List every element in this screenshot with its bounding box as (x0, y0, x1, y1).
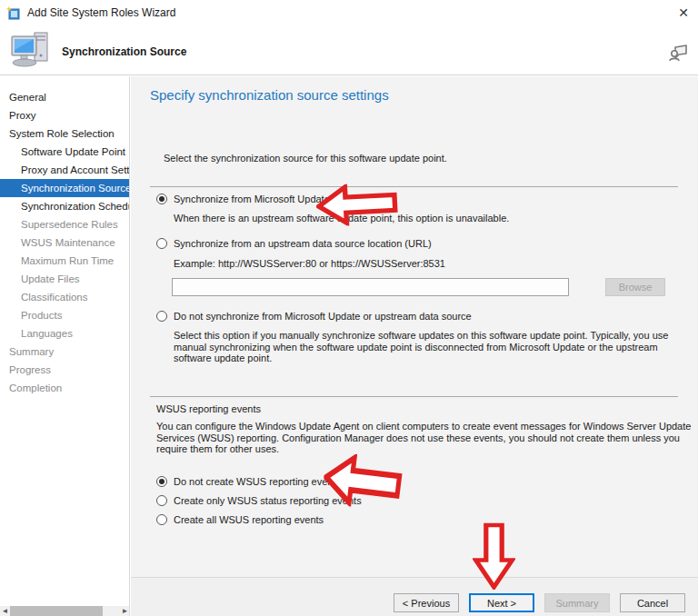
cancel-button[interactable]: Cancel (620, 593, 685, 612)
sidebar-item-wsus-maintenance: WSUS Maintenance (0, 233, 129, 252)
radio-button-icon[interactable] (156, 194, 167, 204)
sidebar-item-maximum-run-time: Maximum Run Time (0, 252, 129, 270)
radio-button-icon[interactable] (156, 514, 167, 525)
sidebar-item-classifications: Classifications (0, 288, 129, 306)
sidebar-item-products: Products (0, 306, 129, 324)
summary-button[interactable]: Summary (544, 593, 610, 612)
wizard-window: Add Site System Roles Wizard ✕ Synchroni… (0, 0, 698, 616)
radio-do-not-synchronize[interactable]: Do not synchronize from Microsoft Update… (156, 311, 472, 322)
page-title: Specify synchronization source settings (150, 87, 389, 103)
wizard-content-pane: Specify synchronization source settings … (131, 76, 698, 616)
feedback-person-icon[interactable] (667, 42, 689, 64)
page-header-title: Synchronization Source (62, 45, 186, 58)
wizard-app-icon (6, 5, 21, 20)
sidebar-list: General Proxy System Role Selection Soft… (0, 76, 129, 397)
previous-button[interactable]: < Previous (394, 593, 459, 612)
wizard-nav-sidebar: General Proxy System Role Selection Soft… (0, 76, 130, 616)
radio-create-all-wsus-events[interactable]: Create all WSUS reporting events (156, 514, 324, 525)
radio-sync-from-upstream-url[interactable]: Synchronize from an upstream data source… (156, 238, 432, 249)
sidebar-item-update-files: Update Files (0, 270, 129, 288)
sidebar-item-languages: Languages (0, 324, 129, 343)
radio-sync-from-microsoft-update[interactable]: Synchronize from Microsoft Update (156, 194, 330, 204)
sidebar-item-progress: Progress (0, 361, 129, 379)
radio-button-icon[interactable] (156, 238, 167, 249)
sidebar-item-proxy-and-account-settings[interactable]: Proxy and Account Settings (0, 161, 129, 179)
footer-button-row: < Previous Next > Summary Cancel (394, 593, 685, 612)
sidebar-item-software-update-point[interactable]: Software Update Point (0, 143, 129, 161)
sidebar-item-summary: Summary (0, 343, 129, 361)
note-url-example: Example: http://WSUSServer:80 or https:/… (174, 258, 445, 270)
sidebar-item-supersedence-rules: Supersedence Rules (0, 215, 129, 233)
wizard-header: Synchronization Source (0, 25, 698, 75)
titlebar: Add Site System Roles Wizard ✕ (0, 0, 698, 25)
wizard-footer: < Previous Next > Summary Cancel (131, 577, 698, 616)
close-button[interactable]: ✕ (674, 4, 693, 22)
wsus-section-title: WSUS reporting events (156, 403, 261, 414)
radio-button-icon[interactable] (156, 495, 167, 506)
sidebar-item-synchronization-schedule[interactable]: Synchronization Schedule (0, 197, 129, 215)
divider (150, 396, 678, 397)
computer-icon (9, 30, 53, 70)
intro-text: Select the synchronization source for th… (164, 153, 447, 164)
radio-button-icon[interactable] (156, 476, 167, 487)
wsus-section-description: You can configure the Windows Update Age… (156, 421, 696, 455)
sidebar-item-synchronization-source[interactable]: Synchronization Source (0, 179, 129, 197)
window-title: Add Site System Roles Wizard (27, 6, 175, 19)
browse-button[interactable]: Browse (605, 278, 665, 296)
note-manual-sync: Select this option if you manually synch… (174, 330, 684, 364)
upstream-url-input[interactable] (172, 278, 569, 296)
radio-button-icon[interactable] (156, 311, 167, 322)
next-button[interactable]: Next > (469, 593, 534, 612)
sidebar-item-completion: Completion (0, 379, 129, 397)
note-upstream-unavailable: When there is an upstream software updat… (174, 213, 509, 224)
sidebar-horizontal-scrollbar[interactable]: ◄ ► (0, 606, 130, 616)
scroll-right-arrow-icon[interactable]: ► (120, 606, 130, 616)
scrollbar-thumb[interactable] (10, 606, 103, 616)
radio-do-not-create-wsus-events[interactable]: Do not create WSUS reporting events (156, 476, 341, 487)
radio-create-only-wsus-status-events[interactable]: Create only WSUS status reporting events (156, 495, 362, 506)
divider (150, 186, 678, 187)
scroll-left-arrow-icon[interactable]: ◄ (0, 606, 10, 616)
sidebar-item-general[interactable]: General (0, 88, 129, 106)
sidebar-item-system-role-selection[interactable]: System Role Selection (0, 124, 129, 143)
sidebar-item-proxy[interactable]: Proxy (0, 106, 129, 124)
